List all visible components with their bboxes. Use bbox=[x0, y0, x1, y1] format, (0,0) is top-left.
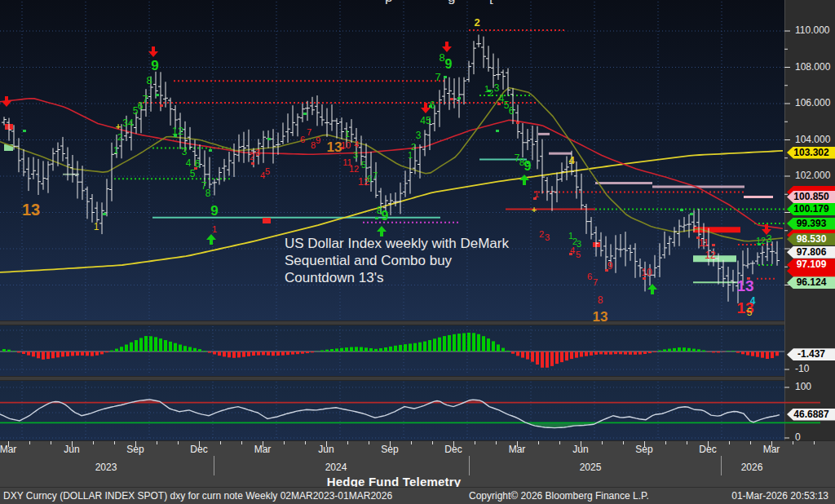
price-level-badge: 98.530 bbox=[787, 233, 835, 245]
year-label: 2023 bbox=[95, 462, 117, 473]
time-minor-tick bbox=[220, 441, 221, 444]
time-minor-tick bbox=[347, 441, 348, 444]
price-tick-label: 108.000 bbox=[795, 61, 830, 73]
year-label: 2024 bbox=[325, 462, 347, 473]
price-level-badge: 97.109 bbox=[787, 259, 835, 271]
clipped-title-glyph: [ bbox=[489, 0, 493, 6]
time-minor-tick bbox=[665, 441, 666, 444]
time-minor-tick bbox=[750, 441, 751, 444]
status-bar: DXY Curncy (DOLLAR INDEX SPOT) dxy for c… bbox=[0, 487, 835, 504]
time-minor-tick bbox=[178, 441, 179, 444]
clipped-title-glyph: g bbox=[448, 0, 455, 6]
price-level-badge: 100.179 bbox=[787, 203, 835, 215]
time-minor-tick bbox=[602, 441, 603, 444]
time-tick-label: Mar bbox=[509, 444, 526, 455]
rsi-value-badge: 46.6887 bbox=[787, 409, 835, 421]
time-tick-label: Mar bbox=[254, 444, 272, 455]
time-tick-label: Mar bbox=[0, 444, 16, 455]
time-minor-tick bbox=[793, 441, 793, 444]
security-description: DXY Curncy (DOLLAR INDEX SPOT) dxy for c… bbox=[3, 488, 392, 504]
price-level-badge: 103.302 bbox=[787, 147, 835, 159]
time-minor-tick bbox=[51, 441, 51, 444]
chart-annotation-note: US Dollar Index weekly with DeMark Seque… bbox=[285, 235, 537, 286]
copyright-text: Copyright© 2026 Bloomberg Finance L.P. bbox=[469, 488, 649, 504]
price-tick-label: 102.000 bbox=[795, 170, 830, 181]
time-minor-tick bbox=[814, 441, 815, 444]
time-axis[interactable]: Hedge Fund Telemetry MarJunSepDecMarJunS… bbox=[0, 440, 835, 487]
time-minor-tick bbox=[241, 441, 242, 444]
rsi-tick-label: 100 bbox=[795, 381, 811, 392]
price-tick-label: 104.000 bbox=[795, 134, 830, 145]
price-level-badge: 100.850 bbox=[787, 191, 835, 203]
time-minor-tick bbox=[432, 441, 433, 444]
price-level-badge: 99.393 bbox=[787, 218, 835, 230]
time-minor-tick bbox=[157, 441, 157, 444]
time-minor-tick bbox=[369, 441, 369, 444]
clipped-title-fragments: pg[ bbox=[0, 0, 784, 7]
bloomberg-chart-window: 110.000108.000106.000104.000102.000103.3… bbox=[0, 0, 835, 504]
macd-tick-label: -10 bbox=[795, 363, 809, 374]
time-minor-tick bbox=[538, 441, 539, 444]
time-tick-label: Mar bbox=[763, 444, 780, 455]
rsi-panel[interactable] bbox=[0, 381, 784, 440]
time-tick-label: Sep bbox=[381, 444, 398, 455]
time-minor-tick bbox=[623, 441, 624, 444]
year-separator bbox=[214, 456, 214, 475]
time-minor-tick bbox=[559, 441, 560, 444]
time-tick-label: Jun bbox=[64, 444, 79, 455]
time-minor-tick bbox=[114, 441, 115, 444]
year-label: 2025 bbox=[580, 462, 602, 473]
time-minor-tick bbox=[729, 441, 730, 444]
time-tick-label: Sep bbox=[635, 444, 652, 455]
price-level-badge: 97.806 bbox=[787, 246, 835, 259]
macd-panel[interactable] bbox=[0, 325, 784, 376]
time-minor-tick bbox=[687, 441, 687, 444]
time-tick-label: Jun bbox=[318, 444, 334, 455]
time-tick-label: Dec bbox=[190, 444, 207, 455]
year-separator bbox=[721, 456, 722, 475]
time-tick-label: Jun bbox=[572, 444, 588, 455]
time-tick-label: Dec bbox=[699, 444, 716, 455]
time-minor-tick bbox=[93, 441, 94, 444]
time-tick-label: Sep bbox=[126, 444, 144, 455]
time-tick-label: Dec bbox=[444, 444, 462, 455]
time-minor-tick bbox=[475, 441, 475, 444]
timestamp: 01-Mar-2026 20:53:13 bbox=[731, 488, 828, 504]
time-minor-tick bbox=[305, 441, 306, 444]
time-minor-tick bbox=[411, 441, 412, 444]
price-tick-label: 106.000 bbox=[795, 97, 830, 108]
macd-value-badge: -1.437 bbox=[787, 348, 835, 360]
price-level-badge: 96.124 bbox=[787, 276, 835, 289]
time-minor-tick bbox=[284, 441, 285, 444]
price-axis[interactable]: 110.000108.000106.000104.000102.000103.3… bbox=[784, 0, 835, 440]
year-separator bbox=[469, 456, 470, 475]
time-minor-tick bbox=[29, 441, 30, 444]
time-minor-tick bbox=[496, 441, 497, 444]
year-label: 2026 bbox=[741, 462, 763, 473]
price-tick-label: 110.000 bbox=[795, 24, 830, 36]
clipped-title-glyph: p bbox=[385, 0, 392, 6]
